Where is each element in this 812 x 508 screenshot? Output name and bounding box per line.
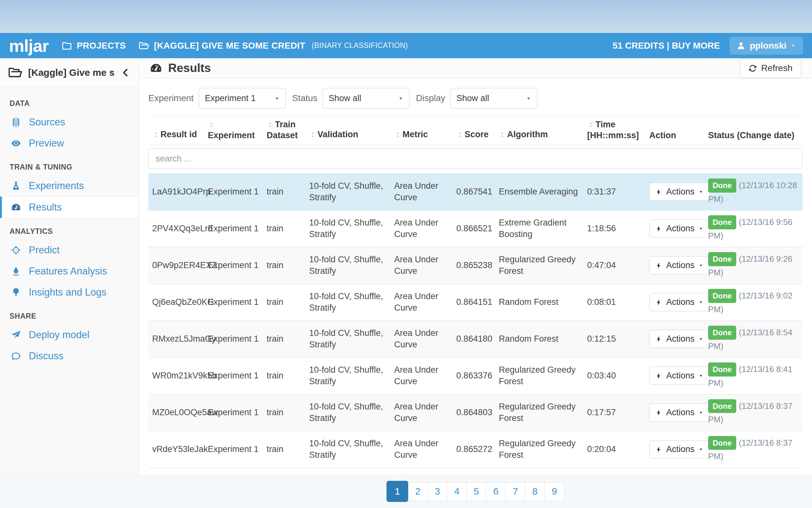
actions-label: Actions — [666, 224, 695, 234]
column-header-label: Status (Change date) — [708, 130, 795, 140]
folder-open-icon — [138, 40, 149, 51]
cell-validation: 10-fold CV, Shuffle, Stratify — [305, 210, 390, 247]
column-header-train-dataset[interactable]: Train Dataset — [263, 116, 305, 145]
page-button-8[interactable]: 8 — [525, 482, 545, 501]
cell-train-dataset: train — [263, 174, 305, 211]
column-header-score[interactable]: Score — [452, 116, 495, 145]
cell-validation: 10-fold CV, Shuffle, Stratify — [305, 394, 390, 431]
column-header-result-id[interactable]: Result id — [148, 116, 204, 145]
caret-down-icon — [526, 96, 531, 101]
sidebar-item-experiments[interactable]: Experiments — [0, 175, 138, 197]
cell-algorithm: Regularized Greedy Forest — [495, 431, 583, 468]
cell-experiment: Experiment 1 — [204, 321, 263, 357]
sidebar: [Kaggle] Give me some ... DATASourcesPre… — [0, 58, 139, 474]
cell-experiment: Experiment 1 — [204, 247, 263, 284]
sidebar-item-preview[interactable]: Preview — [0, 133, 138, 154]
sort-icon — [152, 130, 159, 140]
sidebar-item-deploy-model[interactable]: Deploy model — [0, 324, 138, 345]
bolt-icon — [655, 372, 662, 379]
cell-time: 0:12:15 — [583, 321, 646, 357]
column-header-validation[interactable]: Validation — [305, 116, 390, 145]
filter-select-display[interactable]: Show all — [450, 88, 537, 109]
caret-down-icon — [698, 263, 704, 268]
page-button-6[interactable]: 6 — [486, 482, 506, 501]
cell-metric: Area Under Curve — [390, 357, 452, 394]
page-button-5[interactable]: 5 — [466, 482, 486, 501]
column-header-label: Action — [649, 130, 676, 140]
table-row[interactable]: 0Pw9p2ER4EXZExperiment 1train10-fold CV,… — [148, 247, 802, 284]
actions-button[interactable]: Actions — [649, 404, 710, 422]
column-header-algorithm[interactable]: Algorithm — [495, 116, 583, 145]
actions-button[interactable]: Actions — [649, 219, 710, 238]
cell-action: Actions — [646, 284, 704, 321]
actions-button[interactable]: Actions — [649, 330, 710, 348]
column-header-metric[interactable]: Metric — [390, 116, 452, 145]
app-frame: [Kaggle] Give me some ... DATASourcesPre… — [0, 58, 812, 474]
cell-validation: 10-fold CV, Shuffle, Stratify — [305, 357, 390, 394]
column-header-action: Action — [646, 116, 704, 145]
sidebar-item-sources[interactable]: Sources — [0, 112, 138, 133]
sidebar-item-features-analysis[interactable]: Features Analysis — [0, 261, 138, 282]
page-button-3[interactable]: 3 — [427, 482, 447, 501]
table-row[interactable]: Qj6eaQbZe0KGExperiment 1train10-fold CV,… — [148, 284, 802, 321]
page-button-2[interactable]: 2 — [408, 482, 428, 501]
bolt-icon — [655, 409, 662, 416]
filter-select-experiment[interactable]: Experiment 1 — [199, 88, 286, 109]
cell-train-dataset: train — [263, 431, 305, 468]
filter-label: Display — [416, 93, 445, 103]
column-header-experiment[interactable]: Experiment — [204, 116, 263, 145]
column-header-time-hh-mm-ss[interactable]: Time [HH::mm:ss] — [583, 116, 646, 145]
actions-button[interactable]: Actions — [649, 293, 710, 311]
nav-projects[interactable]: PROJECTS — [61, 40, 126, 51]
actions-button[interactable]: Actions — [649, 440, 710, 458]
caret-down-icon — [698, 226, 704, 231]
cell-validation: 10-fold CV, Shuffle, Stratify — [305, 431, 390, 468]
cell-train-dataset: train — [263, 357, 305, 394]
sort-icon — [456, 130, 463, 140]
status-badge: Done — [708, 363, 736, 377]
caret-down-icon — [274, 96, 280, 101]
brand-logo[interactable]: mljar — [9, 37, 49, 54]
filter-select-status[interactable]: Show all — [323, 88, 410, 109]
user-menu-button[interactable]: pplonski — [729, 37, 803, 55]
cell-status: Done(12/13/16 9:56 PM) — [704, 210, 802, 247]
table-row[interactable]: WR0m21kV9k5bExperiment 1train10-fold CV,… — [148, 357, 802, 394]
cell-algorithm: Random Forest — [495, 284, 583, 321]
page-button-4[interactable]: 4 — [447, 482, 467, 501]
search-cell — [148, 145, 802, 174]
table-row[interactable]: LaA91kJO4PrpExperiment 1train10-fold CV,… — [148, 174, 802, 211]
cell-metric: Area Under Curve — [390, 394, 452, 431]
table-row[interactable]: MZ0eL0OQe5awExperiment 1train10-fold CV,… — [148, 394, 802, 431]
sort-icon — [267, 121, 274, 130]
sidebar-collapse-button[interactable] — [121, 68, 131, 78]
search-input[interactable] — [148, 149, 802, 169]
bolt-icon — [655, 299, 662, 306]
page-header: Results Refresh — [139, 58, 812, 78]
table-header-row: Result idExperimentTrain DatasetValidati… — [148, 116, 802, 145]
nav-current-project[interactable]: [KAGGLE] GIVE ME SOME CREDIT (BINARY CLA… — [138, 40, 408, 51]
crosshair-icon — [10, 245, 22, 255]
actions-button[interactable]: Actions — [649, 183, 710, 201]
caret-down-icon — [698, 336, 704, 342]
cell-algorithm: Regularized Greedy Forest — [495, 357, 583, 394]
sidebar-item-insights-and-logs[interactable]: Insights and Logs — [0, 282, 138, 303]
table-row[interactable]: RMxezL5JmaGyExperiment 1train10-fold CV,… — [148, 321, 802, 357]
actions-label: Actions — [666, 408, 695, 418]
credits-link[interactable]: 51 CREDITS | BUY MORE — [613, 41, 720, 51]
actions-button[interactable]: Actions — [649, 367, 710, 385]
sidebar-item-results[interactable]: Results — [0, 197, 138, 218]
folder-open-icon — [8, 65, 22, 80]
table-row[interactable]: 2PV4XQq3eLrdExperiment 1train10-fold CV,… — [148, 210, 802, 247]
column-header-label: Experiment — [208, 130, 255, 140]
page-button-7[interactable]: 7 — [506, 482, 525, 501]
table-row[interactable]: vRdeY53leJakExperiment 1train10-fold CV,… — [148, 431, 802, 468]
refresh-button[interactable]: Refresh — [740, 58, 801, 78]
page-button-9[interactable]: 9 — [544, 482, 564, 501]
page-button-1[interactable]: 1 — [386, 481, 408, 502]
pagination-wrap: 123456789 — [148, 481, 802, 502]
cell-action: Actions — [646, 247, 704, 284]
sidebar-section-analytics: ANALYTICS — [0, 218, 138, 240]
sidebar-item-discuss[interactable]: Discuss — [0, 345, 138, 367]
sidebar-item-predict[interactable]: Predict — [0, 240, 138, 261]
actions-button[interactable]: Actions — [649, 256, 710, 274]
